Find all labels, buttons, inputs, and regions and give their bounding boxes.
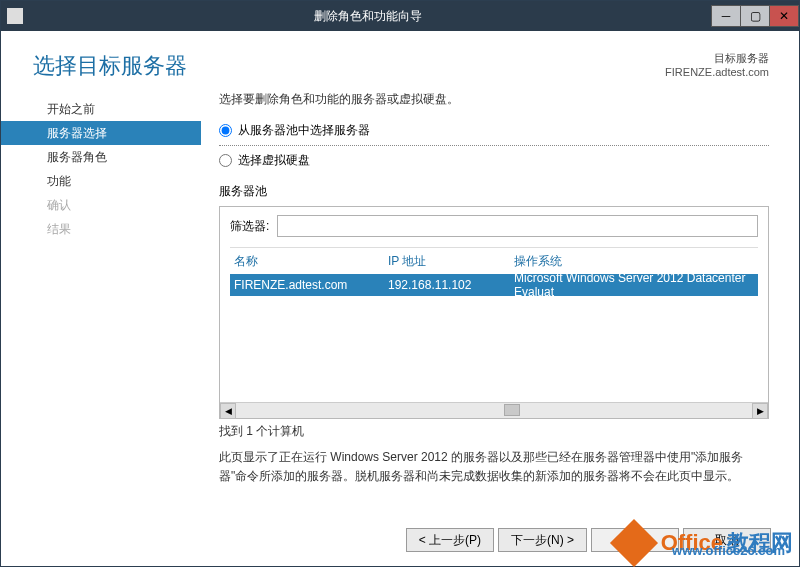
page-description: 此页显示了正在运行 Windows Server 2012 的服务器以及那些已经… [219,448,769,486]
grid-header: 名称 IP 地址 操作系统 [230,248,758,274]
table-row[interactable]: FIRENZE.adtest.com 192.168.11.102 Micros… [230,274,758,296]
app-icon [7,8,23,24]
main-panel: 选择要删除角色和功能的服务器或虚拟硬盘。 从服务器池中选择服务器 选择虚拟硬盘 … [201,91,769,486]
minimize-button[interactable]: ─ [711,5,741,27]
sidebar-item-server-selection[interactable]: 服务器选择 [1,121,201,145]
scroll-track[interactable] [236,403,752,418]
watermark-url: www.office26.com [672,543,785,558]
radio-vhd-row[interactable]: 选择虚拟硬盘 [219,152,769,169]
sidebar-item-features[interactable]: 功能 [1,169,201,193]
dotted-separator [219,145,769,146]
col-header-os[interactable]: 操作系统 [514,253,758,270]
radio-from-pool-label: 从服务器池中选择服务器 [238,122,370,139]
col-header-name[interactable]: 名称 [230,253,388,270]
sidebar-item-server-roles[interactable]: 服务器角色 [1,145,201,169]
radio-from-pool-row[interactable]: 从服务器池中选择服务器 [219,122,769,139]
target-server-info: 目标服务器 FIRENZE.adtest.com [665,51,769,78]
horizontal-scrollbar[interactable]: ◀ ▶ [220,402,768,418]
filter-label: 筛选器: [230,218,269,235]
server-pool-box: 筛选器: 名称 IP 地址 操作系统 FIRENZE.adtest.com 19… [219,206,769,419]
scroll-right-button[interactable]: ▶ [752,403,768,419]
radio-vhd-label: 选择虚拟硬盘 [238,152,310,169]
grid-body: FIRENZE.adtest.com 192.168.11.102 Micros… [230,274,758,402]
wizard-window: 删除角色和功能向导 ─ ▢ ✕ 选择目标服务器 目标服务器 FIRENZE.ad… [0,0,800,567]
sidebar-item-before-begin[interactable]: 开始之前 [1,97,201,121]
col-header-ip[interactable]: IP 地址 [388,253,514,270]
sidebar-item-results: 结果 [1,217,201,241]
close-button[interactable]: ✕ [769,5,799,27]
cell-ip: 192.168.11.102 [388,278,514,292]
window-title: 删除角色和功能向导 [23,8,712,25]
instruction-text: 选择要删除角色和功能的服务器或虚拟硬盘。 [219,91,769,108]
target-label: 目标服务器 [665,51,769,66]
cell-os: Microsoft Windows Server 2012 Datacenter… [514,274,758,299]
target-value: FIRENZE.adtest.com [665,66,769,78]
next-button[interactable]: 下一步(N) > [498,528,587,552]
radio-vhd[interactable] [219,154,232,167]
titlebar: 删除角色和功能向导 ─ ▢ ✕ [1,1,799,31]
maximize-button[interactable]: ▢ [740,5,770,27]
previous-button[interactable]: < 上一步(P) [406,528,494,552]
server-grid: 名称 IP 地址 操作系统 FIRENZE.adtest.com 192.168… [230,247,758,402]
sidebar-item-confirmation: 确认 [1,193,201,217]
found-count-label: 找到 1 个计算机 [219,423,769,440]
server-pool-label: 服务器池 [219,183,769,200]
scroll-thumb[interactable] [504,404,520,416]
radio-from-pool[interactable] [219,124,232,137]
page-title: 选择目标服务器 [33,51,187,81]
filter-input[interactable] [277,215,758,237]
watermark: Office 教程网 www.office26.com [617,526,793,560]
cell-name: FIRENZE.adtest.com [230,278,388,292]
scroll-left-button[interactable]: ◀ [220,403,236,419]
watermark-logo-icon [610,519,658,567]
wizard-sidebar: 开始之前 服务器选择 服务器角色 功能 确认 结果 [1,91,201,486]
